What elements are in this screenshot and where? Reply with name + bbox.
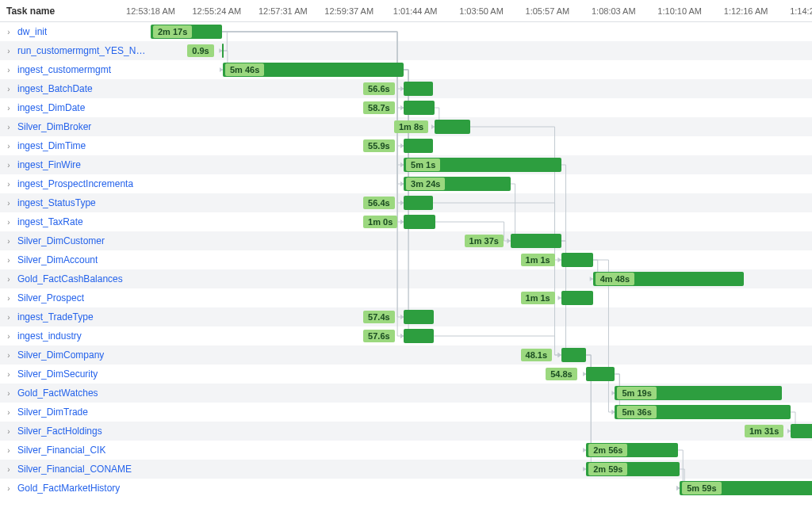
task-bar[interactable]: 5m 1s	[404, 158, 561, 172]
task-name-link[interactable]: ingest_BatchDate	[17, 83, 93, 94]
task-name-link[interactable]: ingest_TaxRate	[17, 216, 83, 227]
task-bar[interactable]: 58.7s	[404, 101, 435, 115]
task-name-link[interactable]: ingest_DimTime	[17, 140, 86, 151]
task-bar[interactable]: 48.1s	[561, 348, 587, 362]
time-axis: 12:53:18 AM12:55:24 AM12:57:31 AM12:59:3…	[151, 0, 812, 21]
task-bar[interactable]: 5m 59s	[680, 481, 812, 495]
task-row: ›ingest_TradeType57.4s	[0, 307, 812, 326]
task-bar[interactable]: 5m 46s	[223, 63, 404, 77]
chevron-right-icon[interactable]: ›	[5, 161, 13, 169]
task-bar[interactable]: 57.4s	[404, 310, 434, 324]
chevron-right-icon[interactable]: ›	[5, 408, 13, 416]
task-name-link[interactable]: Silver_DimTrade	[17, 407, 88, 418]
task-name-link[interactable]: ingest_industry	[17, 330, 82, 342]
task-name-link[interactable]: Gold_FactCashBalances	[17, 273, 123, 284]
task-name-link[interactable]: Silver_DimCompany	[17, 349, 104, 361]
task-bar[interactable]: 56.4s	[404, 196, 433, 210]
task-chart-cell: 1m 31s	[151, 422, 812, 441]
task-bar[interactable]: 1m 1s	[561, 253, 593, 267]
task-row: ›ingest_DimDate58.7s	[0, 98, 812, 117]
chevron-right-icon[interactable]: ›	[5, 313, 13, 321]
task-bar[interactable]: 54.8s	[586, 367, 615, 381]
chevron-right-icon[interactable]: ›	[5, 199, 13, 207]
task-bar[interactable]: 2m 59s	[586, 462, 680, 476]
task-name-link[interactable]: Silver_Prospect	[17, 292, 84, 303]
task-bar[interactable]: 1m 31s	[791, 424, 812, 438]
task-bar[interactable]: 5m 19s	[615, 386, 781, 400]
task-name-link[interactable]: ingest_StatusType	[17, 197, 96, 208]
chevron-right-icon[interactable]: ›	[5, 66, 13, 74]
task-bar[interactable]: 1m 1s	[561, 291, 593, 305]
task-duration-bar	[561, 253, 593, 267]
task-name-link[interactable]: Gold_FactWatches	[17, 387, 98, 399]
chevron-right-icon[interactable]: ›	[5, 85, 13, 93]
task-name-link[interactable]: ingest_TradeType	[17, 311, 94, 323]
chevron-right-icon[interactable]: ›	[5, 484, 13, 492]
task-name-cell: ›Silver_Financial_CIK	[0, 441, 151, 460]
chevron-right-icon[interactable]: ›	[5, 275, 13, 283]
task-duration-bar	[404, 82, 433, 96]
task-name-link[interactable]: Silver_FactHoldings	[17, 426, 102, 437]
chevron-right-icon[interactable]: ›	[5, 28, 13, 36]
task-bar[interactable]: 2m 17s	[151, 25, 222, 39]
chevron-right-icon[interactable]: ›	[5, 446, 13, 454]
chevron-right-icon[interactable]: ›	[5, 47, 13, 55]
chevron-right-icon[interactable]: ›	[5, 123, 13, 131]
chevron-right-icon[interactable]: ›	[5, 142, 13, 150]
task-name-link[interactable]: ingest_ProspectIncrementa	[17, 178, 133, 189]
task-name-cell: ›ingest_TaxRate	[0, 212, 151, 231]
task-duration-label: 5m 59s	[682, 482, 721, 494]
task-duration-label: 58.7s	[363, 101, 395, 114]
task-duration-label: 56.6s	[363, 82, 395, 95]
chevron-right-icon[interactable]: ›	[5, 256, 13, 264]
chevron-right-icon[interactable]: ›	[5, 332, 13, 340]
task-name-link[interactable]: Silver_DimCustomer	[17, 235, 105, 246]
chevron-right-icon[interactable]: ›	[5, 427, 13, 435]
task-name-link[interactable]: ingest_customermgmt	[17, 64, 111, 75]
chevron-right-icon[interactable]: ›	[5, 218, 13, 226]
chevron-right-icon[interactable]: ›	[5, 370, 13, 378]
task-name-cell: ›ingest_BatchDate	[0, 79, 151, 98]
gantt-header: Task name 12:53:18 AM12:55:24 AM12:57:31…	[0, 0, 812, 22]
task-name-link[interactable]: ingest_DimDate	[17, 102, 85, 113]
task-name-link[interactable]: Silver_DimSecurity	[17, 368, 98, 380]
task-bar[interactable]: 5m 36s	[615, 405, 791, 419]
task-name-link[interactable]: Silver_Financial_CIK	[17, 445, 105, 456]
task-bar[interactable]: 56.6s	[404, 82, 433, 96]
task-bar[interactable]: 1m 8s	[435, 120, 470, 134]
task-bar[interactable]: 2m 56s	[586, 443, 678, 457]
task-name-link[interactable]: Gold_FactMarketHistory	[17, 483, 120, 494]
chevron-right-icon[interactable]: ›	[5, 180, 13, 188]
task-name-link[interactable]: ingest_FinWire	[17, 159, 81, 170]
task-chart-cell: 56.6s	[151, 79, 812, 98]
task-name-link[interactable]: Silver_Financial_CONAME	[17, 464, 132, 475]
task-name-cell: ›ingest_TradeType	[0, 307, 151, 326]
time-tick: 12:57:31 AM	[259, 0, 308, 22]
task-duration-bar: 5m 46s	[223, 63, 404, 77]
task-name-link[interactable]: Silver_DimAccount	[17, 254, 98, 265]
task-bar[interactable]: 1m 37s	[511, 234, 561, 248]
task-duration-bar	[561, 348, 587, 362]
task-bar[interactable]: 4m 48s	[593, 272, 744, 286]
task-bar[interactable]: 0.9s	[222, 44, 224, 58]
chevron-right-icon[interactable]: ›	[5, 104, 13, 112]
task-bar[interactable]: 55.9s	[404, 139, 433, 153]
task-name-link[interactable]: run_customermgmt_YES_N…	[17, 45, 145, 56]
task-row: ›Silver_DimSecurity54.8s	[0, 365, 812, 384]
task-bar[interactable]: 3m 24s	[404, 177, 510, 191]
chevron-right-icon[interactable]: ›	[5, 237, 13, 245]
chevron-right-icon[interactable]: ›	[5, 351, 13, 359]
task-bar[interactable]: 57.6s	[404, 329, 434, 343]
task-name-link[interactable]: dw_init	[17, 26, 47, 37]
task-chart-cell: 58.7s	[151, 98, 812, 117]
chevron-right-icon[interactable]: ›	[5, 389, 13, 397]
chevron-right-icon[interactable]: ›	[5, 294, 13, 302]
task-bar[interactable]: 1m 0s	[404, 215, 435, 229]
task-duration-label: 48.1s	[521, 349, 553, 361]
time-tick: 1:05:57 AM	[526, 0, 570, 22]
task-chart-cell: 1m 1s	[151, 288, 812, 307]
task-row: ›ingest_DimTime55.9s	[0, 136, 812, 155]
task-name-link[interactable]: Silver_DimBroker	[17, 121, 91, 132]
chevron-right-icon[interactable]: ›	[5, 465, 13, 473]
task-duration-bar	[404, 101, 435, 115]
